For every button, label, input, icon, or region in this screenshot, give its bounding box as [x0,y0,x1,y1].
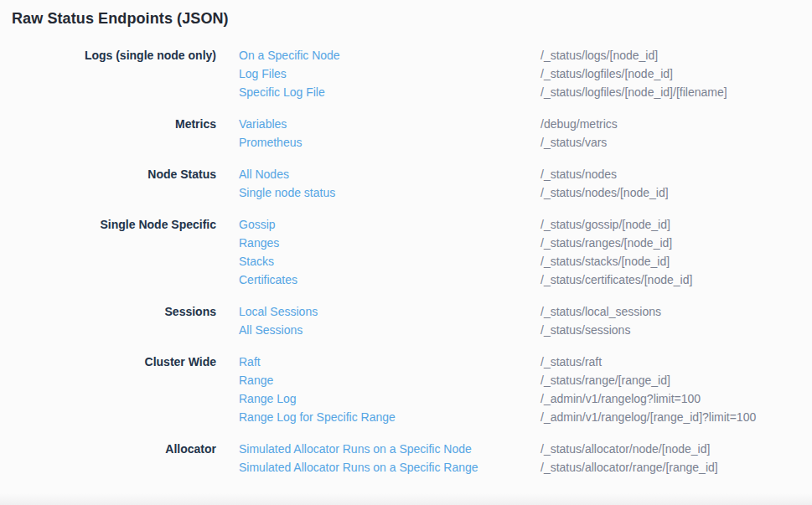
endpoint-path: /_status/stacks/[node_id] [540,252,670,271]
endpoint-path: /_status/range/[range_id] [540,371,670,389]
endpoint-row: Prometheus/_status/vars [239,133,618,152]
endpoint-link[interactable]: Local Sessions [239,302,540,321]
endpoint-path: /_status/ranges/[node_id] [540,234,672,252]
endpoint-row: Single node status/_status/nodes/[node_i… [239,183,669,202]
endpoint-row: Range Log/_admin/v1/rangelog?limit=100 [239,389,756,408]
endpoint-path: /_status/allocator/node/[node_id] [540,440,710,458]
endpoint-link[interactable]: Simulated Allocator Runs on a Specific N… [239,440,540,458]
endpoint-row: Range/_status/range/[range_id] [239,371,756,389]
endpoint-section: Single Node SpecificGossip/_status/gossi… [0,215,812,289]
category-label: Cluster Wide [0,353,216,426]
category-label: Node Status [0,165,216,202]
endpoint-path: /_status/certificates/[node_id] [540,271,692,289]
endpoint-link[interactable]: Prometheus [239,133,540,152]
endpoint-link[interactable]: Range Log for Specific Range [239,408,540,426]
endpoint-path: /_status/vars [540,133,607,152]
endpoint-section: Logs (single node only)On a Specific Nod… [0,46,812,101]
endpoint-sections: Logs (single node only)On a Specific Nod… [0,46,812,490]
endpoint-link[interactable]: Stacks [239,252,540,271]
endpoint-row: Simulated Allocator Runs on a Specific R… [239,458,718,477]
endpoint-link[interactable]: Specific Log File [239,83,540,101]
endpoint-section: SessionsLocal Sessions/_status/local_ses… [0,302,812,339]
category-label: Logs (single node only) [0,46,216,101]
category-label: Metrics [0,115,216,152]
endpoint-row: Log Files/_status/logfiles/[node_id] [239,64,727,83]
endpoint-path: /debug/metrics [540,115,618,133]
footer-strip [0,493,812,505]
endpoint-path: /_status/logfiles/[node_id]/[filename] [540,83,727,101]
endpoint-row: Stacks/_status/stacks/[node_id] [239,252,692,271]
endpoint-path: /_status/logfiles/[node_id] [540,64,673,83]
endpoint-link[interactable]: Log Files [239,64,540,83]
category-label: Sessions [0,302,216,339]
endpoint-row: Variables/debug/metrics [239,115,618,133]
endpoint-path: /_status/gossip/[node_id] [540,215,670,234]
endpoint-link[interactable]: Variables [239,115,540,133]
endpoint-row: Ranges/_status/ranges/[node_id] [239,234,692,252]
endpoint-link[interactable]: Simulated Allocator Runs on a Specific R… [239,458,540,477]
page-title: Raw Status Endpoints (JSON) [12,10,229,28]
endpoint-rows: On a Specific Node/_status/logs/[node_id… [239,46,727,101]
endpoint-path: /_status/sessions [540,321,630,339]
endpoint-rows: Raft/_status/raftRange/_status/range/[ra… [239,353,756,426]
endpoint-row: Range Log for Specific Range/_admin/v1/r… [239,408,756,426]
endpoint-path: /_status/nodes/[node_id] [540,183,669,202]
endpoint-path: /_admin/v1/rangelog/[range_id]?limit=100 [540,408,756,426]
endpoint-row: Raft/_status/raft [239,353,756,371]
endpoint-rows: All Nodes/_status/nodesSingle node statu… [239,165,669,202]
endpoint-link[interactable]: Gossip [239,215,540,234]
endpoint-row: Specific Log File/_status/logfiles/[node… [239,83,727,101]
endpoint-link[interactable]: Single node status [239,183,540,202]
endpoint-rows: Gossip/_status/gossip/[node_id]Ranges/_s… [239,215,692,289]
endpoint-link[interactable]: Range [239,371,540,389]
endpoint-path: /_status/allocator/range/[range_id] [540,458,718,477]
endpoint-row: On a Specific Node/_status/logs/[node_id… [239,46,727,64]
endpoint-link[interactable]: Range Log [239,389,540,408]
endpoint-link[interactable]: On a Specific Node [239,46,540,64]
endpoint-link[interactable]: All Sessions [239,321,540,339]
endpoint-row: Certificates/_status/certificates/[node_… [239,271,692,289]
endpoint-link[interactable]: Certificates [239,271,540,289]
endpoint-path: /_admin/v1/rangelog?limit=100 [540,389,701,408]
endpoint-link[interactable]: All Nodes [239,165,540,183]
endpoint-row: All Sessions/_status/sessions [239,321,661,339]
endpoint-path: /_status/raft [540,353,602,371]
endpoint-section: AllocatorSimulated Allocator Runs on a S… [0,440,812,477]
endpoint-row: All Nodes/_status/nodes [239,165,669,183]
endpoint-rows: Local Sessions/_status/local_sessionsAll… [239,302,661,339]
endpoint-rows: Simulated Allocator Runs on a Specific N… [239,440,718,477]
endpoint-row: Simulated Allocator Runs on a Specific N… [239,440,718,458]
endpoint-path: /_status/local_sessions [540,302,661,321]
endpoint-path: /_status/nodes [540,165,617,183]
endpoint-section: MetricsVariables/debug/metricsPrometheus… [0,115,812,152]
category-label: Allocator [0,440,216,477]
category-label: Single Node Specific [0,215,216,289]
endpoint-row: Local Sessions/_status/local_sessions [239,302,661,321]
endpoint-link[interactable]: Raft [239,353,540,371]
endpoint-path: /_status/logs/[node_id] [540,46,658,64]
endpoint-link[interactable]: Ranges [239,234,540,252]
endpoint-section: Cluster WideRaft/_status/raftRange/_stat… [0,353,812,426]
endpoint-section: Node StatusAll Nodes/_status/nodesSingle… [0,165,812,202]
endpoint-row: Gossip/_status/gossip/[node_id] [239,215,692,234]
endpoint-rows: Variables/debug/metricsPrometheus/_statu… [239,115,618,152]
